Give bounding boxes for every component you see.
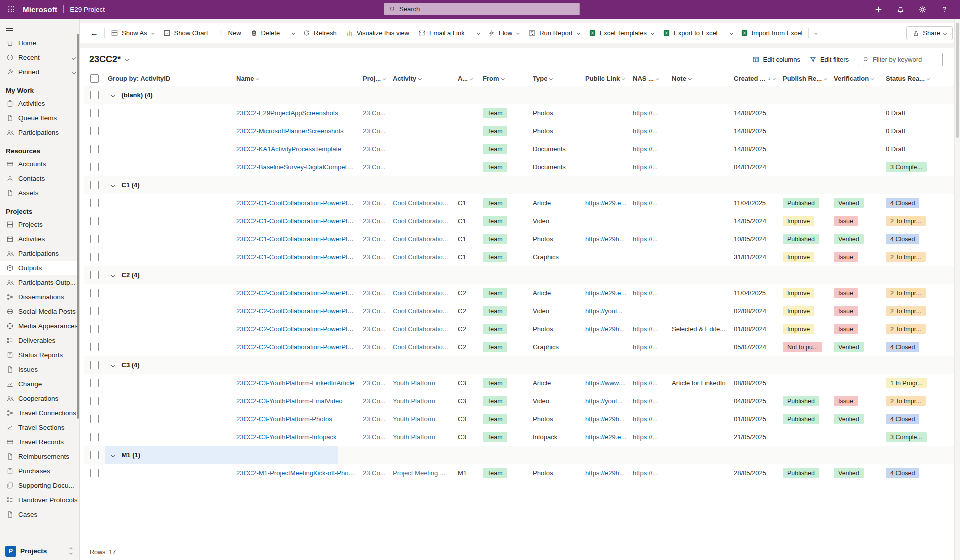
export-to-excel-button[interactable]: Export to Excel xyxy=(658,26,722,41)
activity-lookup-link[interactable]: Youth Platform xyxy=(393,416,436,423)
record-link[interactable]: 23CC2-C2-CoolCollaboration-PowerPlatfo..… xyxy=(236,326,360,333)
flow-button[interactable]: Flow xyxy=(484,26,524,41)
nas-link[interactable]: https://... xyxy=(633,398,658,405)
activity-lookup-link[interactable]: Cool Collaboratio... xyxy=(393,200,448,207)
show-chart-button[interactable]: Show Chart xyxy=(159,26,213,41)
group-expand-chevron[interactable] xyxy=(112,454,116,458)
row-checkbox[interactable] xyxy=(90,379,99,388)
column-header-group[interactable]: Group by: ActivityID xyxy=(105,75,234,82)
public-link[interactable]: https://www.... xyxy=(586,380,626,387)
back-button[interactable]: ← xyxy=(86,26,103,41)
select-all-checkbox[interactable] xyxy=(90,74,99,83)
project-lookup-link[interactable]: 23 Co... xyxy=(363,164,386,171)
nav-item-participations[interactable]: Participations xyxy=(0,126,80,140)
project-lookup-link[interactable]: 23 Co... xyxy=(363,308,386,315)
public-link[interactable]: https://e29.e... xyxy=(586,434,626,441)
activity-lookup-link[interactable]: Cool Collaboratio... xyxy=(393,254,448,261)
record-link[interactable]: 23CC2-C3-YouthPlatform-LinkedInArticle xyxy=(236,380,355,387)
activity-lookup-link[interactable]: Youth Platform xyxy=(393,398,436,405)
overflow-chevron-button[interactable] xyxy=(288,26,298,41)
nav-item-activities[interactable]: Activities xyxy=(0,232,80,246)
row-checkbox[interactable] xyxy=(90,199,99,208)
app-title[interactable]: E29 Project xyxy=(70,6,105,14)
nav-item-projects[interactable]: Projects xyxy=(0,218,80,232)
activity-lookup-link[interactable]: Project Meeting ... xyxy=(393,470,446,477)
edit-columns-button[interactable]: Edit columns xyxy=(752,56,800,64)
public-link[interactable]: https://yout... xyxy=(586,308,622,315)
public-link[interactable]: https://e29h... xyxy=(586,326,625,333)
row-checkbox[interactable] xyxy=(90,163,99,172)
nav-item-handover-protocols[interactable]: Handover Protocols xyxy=(0,493,80,508)
record-link[interactable]: 23CC2-BaselineSurvey-DigitalCompetences xyxy=(236,164,360,171)
project-lookup-link[interactable]: 23 Co... xyxy=(363,290,386,297)
nas-link[interactable]: https://... xyxy=(633,380,658,387)
record-link[interactable]: 23CC2-C1-CoolCollaboration-PowerPlatfo..… xyxy=(236,254,360,261)
nav-item-disseminations[interactable]: Disseminations xyxy=(0,290,80,304)
nav-item-supporting-docu[interactable]: Supporting Docu... xyxy=(0,478,80,493)
row-checkbox[interactable] xyxy=(90,325,99,334)
overflow-chevron-button[interactable] xyxy=(473,26,484,41)
group-label-cell[interactable]: (blank) (4) xyxy=(105,86,338,104)
nas-link[interactable]: https://... xyxy=(633,344,658,351)
import-from-excel-button[interactable]: Import from Excel xyxy=(736,26,808,41)
collapse-nav-button[interactable] xyxy=(0,21,17,36)
project-lookup-link[interactable]: 23 Co... xyxy=(363,344,386,351)
project-lookup-link[interactable]: 23 Co... xyxy=(363,470,386,477)
column-header-activity[interactable]: Activity xyxy=(390,75,455,82)
group-checkbox[interactable] xyxy=(90,271,99,280)
column-header-name[interactable]: Name xyxy=(234,75,360,82)
activity-lookup-link[interactable]: Cool Collaboratio... xyxy=(393,290,448,297)
nav-item-pinned[interactable]: Pinned xyxy=(0,65,80,80)
area-switcher[interactable]: P Projects xyxy=(0,542,80,560)
column-header-status[interactable]: Status Rea... xyxy=(883,75,933,82)
column-header-type[interactable]: Type xyxy=(530,75,582,82)
activity-lookup-link[interactable]: Cool Collaboratio... xyxy=(393,236,448,243)
project-lookup-link[interactable]: 23 Co... xyxy=(363,110,386,117)
activity-lookup-link[interactable]: Cool Collaboratio... xyxy=(393,218,448,225)
public-link[interactable]: https://e29.e... xyxy=(586,200,626,207)
overflow-chevron-button[interactable] xyxy=(726,26,736,41)
record-link[interactable]: 23CC2-C1-CoolCollaboration-PowerPlatfo..… xyxy=(236,200,360,207)
record-link[interactable]: 23CC2-C3-YouthPlatform-Infopack xyxy=(236,434,336,441)
column-header-from[interactable]: From xyxy=(480,75,530,82)
column-header-proj[interactable]: Proj... xyxy=(360,75,390,82)
row-checkbox[interactable] xyxy=(90,289,99,298)
nav-item-outputs[interactable]: Outputs xyxy=(0,261,80,276)
edit-filters-button[interactable]: Edit filters xyxy=(810,56,849,64)
nas-link[interactable]: https://... xyxy=(633,128,658,135)
group-expand-chevron[interactable] xyxy=(112,274,116,278)
email-a-link-button[interactable]: Email a Link xyxy=(414,26,470,41)
row-checkbox[interactable] xyxy=(90,253,99,262)
group-label-cell[interactable]: C3 (4) xyxy=(105,356,338,374)
record-link[interactable]: 23CC2-C1-CoolCollaboration-PowerPlatfo..… xyxy=(236,236,360,243)
project-lookup-link[interactable]: 23 Co... xyxy=(363,236,386,243)
overflow-chevron-button[interactable] xyxy=(810,26,821,41)
nas-link[interactable]: https://... xyxy=(633,326,658,333)
nav-item-assets[interactable]: Assets xyxy=(0,186,80,200)
group-checkbox[interactable] xyxy=(90,91,99,100)
nav-item-recent[interactable]: Recent xyxy=(0,50,80,65)
group-checkbox[interactable] xyxy=(90,361,99,370)
nav-item-media-appearances[interactable]: Media Appearances xyxy=(0,319,80,334)
project-lookup-link[interactable]: 23 Co... xyxy=(363,128,386,135)
record-link[interactable]: 23CC2-C2-CoolCollaboration-PowerPlatfo..… xyxy=(236,290,360,297)
notifications-button[interactable] xyxy=(892,0,909,19)
activity-lookup-link[interactable]: Youth Platform xyxy=(393,380,436,387)
run-report-button[interactable]: Run Report xyxy=(524,26,584,41)
group-expand-chevron[interactable] xyxy=(112,94,116,98)
refresh-button[interactable]: Refresh xyxy=(298,26,342,41)
record-link[interactable]: 23CC2-M1-ProjectMeetingKick-off-Photos xyxy=(236,470,358,477)
record-link[interactable]: 23CC2-E29ProjectAppScreenshots xyxy=(236,110,338,117)
nas-link[interactable]: https://... xyxy=(633,434,658,441)
brand-logo[interactable]: Microsoft xyxy=(23,6,58,14)
nav-item-activities[interactable]: Activities xyxy=(0,96,80,111)
record-link[interactable]: 23CC2-C1-CoolCollaboration-PowerPlatfo..… xyxy=(236,218,360,225)
nas-link[interactable]: https://... xyxy=(633,416,658,423)
public-link[interactable]: https://e29.e... xyxy=(586,290,626,297)
project-lookup-link[interactable]: 23 Co... xyxy=(363,326,386,333)
public-link[interactable]: https://e29h... xyxy=(586,416,625,423)
group-label-cell[interactable]: C1 (4) xyxy=(105,176,338,194)
row-checkbox[interactable] xyxy=(90,217,99,226)
row-checkbox[interactable] xyxy=(90,127,99,136)
column-header-verif[interactable]: Verification xyxy=(831,75,883,82)
